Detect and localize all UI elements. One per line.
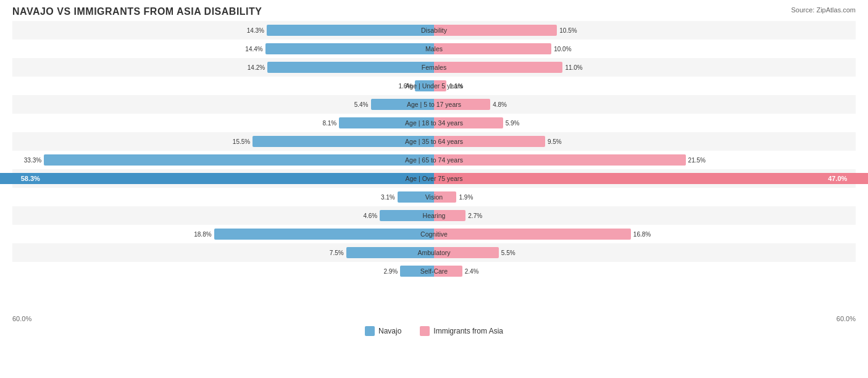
immigrants-value: 11.0% xyxy=(565,64,582,71)
navajo-bar xyxy=(267,25,434,36)
navajo-bar xyxy=(214,229,434,240)
navajo-value: 14.4% xyxy=(245,46,262,52)
table-row: Males14.4%10.0% xyxy=(12,40,856,58)
axis-labels: 60.0% 60.0% xyxy=(12,314,856,324)
immigrants-bar xyxy=(434,117,503,128)
immigrants-value: 47.0% xyxy=(828,175,847,182)
immigrants-value: 5.9% xyxy=(506,120,520,127)
legend-navajo: Navajo xyxy=(365,326,401,336)
immigrants-bar xyxy=(434,191,456,203)
navajo-value: 18.8% xyxy=(194,231,211,238)
table-row: Vision3.1%1.9% xyxy=(12,188,856,206)
immigrants-bar xyxy=(434,62,562,73)
navajo-bar xyxy=(371,99,434,110)
chart-container: NAVAJO VS IMMIGRANTS FROM ASIA DISABILIT… xyxy=(0,0,868,378)
rows-container: Disability14.3%10.5%Males14.4%10.0%Femal… xyxy=(12,21,856,314)
navajo-value: 2.9% xyxy=(383,268,398,275)
immigrants-value: 21.5% xyxy=(688,157,706,164)
navajo-value: 14.3% xyxy=(247,27,264,34)
navajo-bar xyxy=(265,43,434,54)
table-row: Age | 35 to 64 years15.5%9.5% xyxy=(12,132,856,151)
navajo-bar xyxy=(380,210,434,221)
table-row: Age | 18 to 34 years8.1%5.9% xyxy=(12,114,856,132)
navajo-value: 14.2% xyxy=(248,64,265,71)
table-row: Age | 5 to 17 years5.4%4.8% xyxy=(12,95,856,114)
navajo-value: 3.1% xyxy=(381,194,395,201)
chart-title: NAVAJO VS IMMIGRANTS FROM ASIA DISABILIT… xyxy=(12,6,856,17)
navajo-value: 1.6% xyxy=(398,83,412,90)
axis-right: 60.0% xyxy=(837,315,856,322)
navajo-value: 4.6% xyxy=(363,212,377,219)
navajo-bar xyxy=(0,173,434,184)
navajo-value: 7.5% xyxy=(330,250,344,256)
source-label: Source: ZipAtlas.com xyxy=(791,6,856,14)
navajo-bar xyxy=(44,154,434,166)
immigrants-value: 9.5% xyxy=(548,138,562,145)
immigrants-bar xyxy=(434,25,557,36)
immigrants-bar xyxy=(434,43,551,54)
immigrants-bar xyxy=(434,80,446,91)
immigrants-value: 10.5% xyxy=(559,27,577,34)
table-row: Hearing4.6%2.7% xyxy=(12,206,856,225)
table-row: Age | 65 to 74 years33.3%21.5% xyxy=(12,151,856,169)
immigrants-bar xyxy=(434,99,490,110)
chart-area: Disability14.3%10.5%Males14.4%10.0%Femal… xyxy=(12,21,856,343)
table-row: Age | Under 5 years1.6%1.1% xyxy=(12,77,856,95)
immigrants-color-box xyxy=(420,326,430,336)
navajo-bar xyxy=(252,136,434,147)
immigrants-value: 4.8% xyxy=(493,101,507,108)
navajo-value: 58.3% xyxy=(21,175,40,182)
navajo-label: Navajo xyxy=(378,327,401,335)
navajo-bar xyxy=(415,80,434,91)
table-row: Disability14.3%10.5% xyxy=(12,21,856,40)
navajo-color-box xyxy=(365,326,375,336)
table-row: Age | Over 75 years58.3%47.0% xyxy=(12,169,856,188)
immigrants-value: 16.8% xyxy=(633,231,651,238)
navajo-bar xyxy=(346,247,434,258)
table-row: Ambulatory7.5%5.5% xyxy=(12,243,856,262)
axis-left: 60.0% xyxy=(12,315,31,322)
navajo-value: 33.3% xyxy=(24,157,41,164)
table-row: Females14.2%11.0% xyxy=(12,58,856,77)
navajo-bar xyxy=(400,266,434,277)
immigrants-bar xyxy=(434,266,462,277)
immigrants-value: 5.5% xyxy=(501,250,515,256)
navajo-value: 15.5% xyxy=(233,138,250,145)
table-row: Self-Care2.9%2.4% xyxy=(12,262,856,280)
immigrants-value: 10.0% xyxy=(554,46,571,52)
immigrants-bar xyxy=(434,173,868,184)
navajo-value: 5.4% xyxy=(354,101,369,108)
immigrants-value: 1.1% xyxy=(449,83,464,90)
immigrants-bar xyxy=(434,154,686,166)
immigrants-value: 2.4% xyxy=(465,268,479,275)
immigrants-bar xyxy=(434,229,631,240)
immigrants-bar xyxy=(434,247,499,258)
legend-immigrants: Immigrants from Asia xyxy=(420,326,503,336)
navajo-bar xyxy=(339,117,434,128)
immigrants-bar xyxy=(434,136,545,147)
immigrants-value: 2.7% xyxy=(468,212,482,219)
immigrants-bar xyxy=(434,210,465,221)
immigrants-value: 1.9% xyxy=(459,194,474,201)
navajo-value: 8.1% xyxy=(322,120,336,127)
legend: Navajo Immigrants from Asia xyxy=(12,326,856,336)
navajo-bar xyxy=(267,62,434,73)
table-row: Cognitive18.8%16.8% xyxy=(12,225,856,243)
navajo-bar xyxy=(398,191,434,203)
immigrants-label: Immigrants from Asia xyxy=(433,327,503,335)
